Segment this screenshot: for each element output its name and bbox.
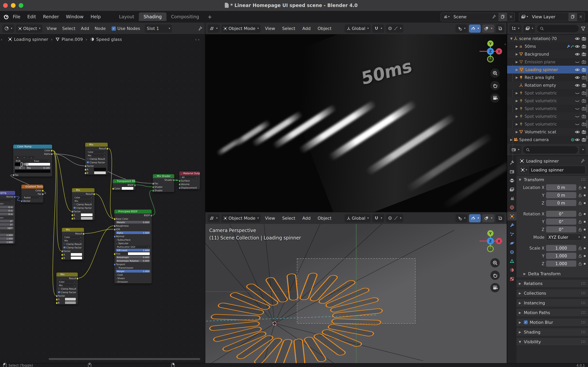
input-socket[interactable] — [61, 257, 64, 260]
disable-render-toggle[interactable] — [581, 51, 587, 57]
shader-node-mix4[interactable]: ⌄MixResultColor⌄Mix⌄Clamp Result✓Clamp F… — [56, 273, 78, 304]
color-swatch[interactable] — [15, 170, 50, 173]
color-swatch[interactable] — [94, 171, 106, 175]
input-socket[interactable] — [114, 253, 116, 255]
outliner-row-loading-spinner[interactable]: ▶Loading spinner — [507, 66, 588, 74]
outliner-row-spot-volumetric[interactable]: ▶Spot volumetric — [507, 105, 588, 112]
outliner-row-scene-rotation-70[interactable]: ▼scene rotation(-70 — [507, 35, 588, 42]
viewport-menu-object[interactable]: Object — [315, 26, 334, 31]
output-socket[interactable] — [42, 190, 44, 192]
node-slider[interactable]: Metallic0.000 — [116, 221, 150, 224]
outliner-row-50ms[interactable]: ▶a50ms — [507, 42, 588, 50]
properties-tab-modifiers[interactable] — [507, 221, 516, 229]
node-checkbox[interactable] — [63, 243, 66, 245]
breadcrumb-item[interactable]: Speed glass — [90, 37, 122, 42]
output-socket[interactable] — [42, 193, 44, 196]
viewport-menu-view[interactable]: View — [262, 26, 278, 31]
property-field-location-x[interactable]: 0 m — [546, 184, 576, 191]
hide-viewport-toggle[interactable] — [575, 122, 580, 126]
use-nodes-checkbox[interactable]: ✓ — [112, 26, 116, 31]
expand-arrow-icon[interactable]: ▶ — [515, 99, 519, 102]
expand-arrow-icon[interactable]: ▶ — [515, 76, 519, 79]
shader-node-output[interactable]: ⌄Material OutputAll⌄SurfaceVolumeDisplac… — [179, 171, 200, 189]
hide-viewport-toggle[interactable] — [575, 106, 580, 111]
expand-arrow-icon[interactable]: ▶ — [515, 107, 519, 110]
panel-collections[interactable]: ▶Collections — [516, 289, 588, 297]
input-socket[interactable] — [71, 217, 74, 220]
node-link[interactable] — [52, 150, 56, 296]
expand-arrow-icon[interactable]: › — [1, 37, 2, 42]
node-dropdown[interactable]: RGB⌄ — [15, 159, 32, 162]
input-socket[interactable] — [178, 180, 181, 182]
input-socket[interactable] — [61, 254, 64, 256]
node-checkbox[interactable]: ✓ — [87, 161, 89, 164]
resize-handle-icon[interactable]: ‹ › — [195, 37, 200, 42]
input-socket[interactable] — [152, 183, 155, 185]
outliner-row-spot-volumetric[interactable]: ▶Spot volumetric — [507, 89, 588, 97]
camera-view-button[interactable] — [490, 283, 500, 292]
shader-node-transparent[interactable]: ⌄Transparent BSDFBSDFColor — [113, 179, 135, 190]
delta-transform-row[interactable]: ▶Delta Transform — [516, 270, 588, 278]
panel-shading[interactable]: ▶Shading — [516, 328, 588, 336]
input-socket[interactable] — [84, 165, 87, 167]
blender-logo-icon[interactable] — [3, 14, 9, 20]
animate-dot-button[interactable] — [584, 236, 586, 238]
show-gizmo-toggle[interactable]: ▾ — [469, 24, 481, 33]
disable-render-toggle[interactable] — [581, 67, 587, 72]
disable-render-toggle[interactable] — [581, 137, 587, 142]
node-dropdown[interactable]: Point⌄ — [0, 199, 14, 201]
input-socket[interactable] — [152, 186, 155, 189]
input-socket[interactable] — [114, 235, 116, 238]
proportional-editing-button[interactable]: ▾ — [386, 24, 403, 33]
outliner-mode-icon[interactable]: ▾ — [523, 24, 535, 33]
output-socket[interactable] — [106, 148, 109, 150]
lock-icon[interactable] — [578, 261, 582, 266]
node-header[interactable]: ⌄Transparent BSDF — [113, 179, 135, 183]
property-field-z[interactable]: 0° — [546, 226, 576, 233]
viewport-menu-add[interactable]: Add — [300, 26, 313, 31]
shader-menu-select[interactable]: Select — [59, 26, 78, 31]
panel-motion-paths[interactable]: ▶Motion Paths — [516, 308, 588, 317]
color-swatch[interactable] — [127, 252, 150, 255]
node-header[interactable]: ⌄Material Output — [179, 171, 200, 175]
constraint-icon[interactable] — [571, 137, 575, 142]
shader-node-colorramp[interactable]: ⌄Color RampColorAlpha+−⌄RGB⌄Ease⌄0Pos0.1… — [13, 145, 52, 176]
node-dropdown[interactable]: Multiscatter GGX⌄ — [116, 245, 150, 248]
node-link[interactable] — [136, 185, 152, 187]
property-field-scale-x[interactable]: 1.000 — [546, 245, 576, 251]
node-header[interactable]: ⌄Color Ramp — [13, 145, 52, 149]
horizontal-scrollbar[interactable] — [49, 358, 200, 360]
shader-node-gradient[interactable]: ⌄Gradient TextureColorFacRadial⌄Vector — [21, 185, 43, 202]
color-swatch[interactable] — [81, 213, 93, 217]
lock-icon[interactable] — [578, 227, 582, 232]
color-swatch[interactable] — [70, 256, 83, 260]
node-value-field[interactable]: 0 m — [0, 213, 14, 215]
add-stop-button[interactable]: + — [15, 156, 21, 158]
animate-dot-button[interactable] — [584, 247, 586, 249]
node-value-field[interactable]: 1.000 — [0, 234, 14, 236]
output-socket[interactable] — [172, 179, 175, 182]
disable-render-toggle[interactable] — [581, 114, 587, 119]
color-swatch[interactable] — [121, 187, 134, 190]
properties-tab-output[interactable] — [507, 176, 516, 185]
hide-viewport-toggle[interactable] — [575, 44, 580, 49]
hide-viewport-toggle[interactable] — [575, 98, 580, 103]
light-icon[interactable] — [519, 91, 523, 95]
mesh-icon[interactable] — [519, 67, 524, 72]
show-gizmo-toggle[interactable]: ▾ — [469, 214, 481, 222]
input-socket[interactable] — [84, 172, 87, 175]
camera-scene[interactable]: Camera Perspective (11) Scene Collection… — [205, 224, 507, 363]
color-swatch[interactable] — [81, 217, 93, 220]
node-dropdown[interactable]: Mix⌄ — [58, 284, 76, 286]
hide-viewport-toggle[interactable] — [575, 90, 580, 95]
property-field-y[interactable]: 1.000 — [546, 253, 576, 259]
disable-render-toggle[interactable] — [581, 75, 587, 80]
disable-render-toggle[interactable] — [581, 129, 587, 134]
lock-icon[interactable] — [578, 219, 582, 224]
node-slider[interactable]: IOR Level1.000 — [116, 249, 150, 251]
outliner-row-speed-camera[interactable]: ▶Speed camera — [507, 136, 588, 143]
outliner-row-background[interactable]: ▶Background — [507, 50, 588, 58]
display-mode-dropdown[interactable]: ▾ — [509, 24, 521, 33]
lock-icon[interactable] — [578, 201, 582, 205]
node-value-field[interactable]: 183° — [0, 227, 14, 229]
